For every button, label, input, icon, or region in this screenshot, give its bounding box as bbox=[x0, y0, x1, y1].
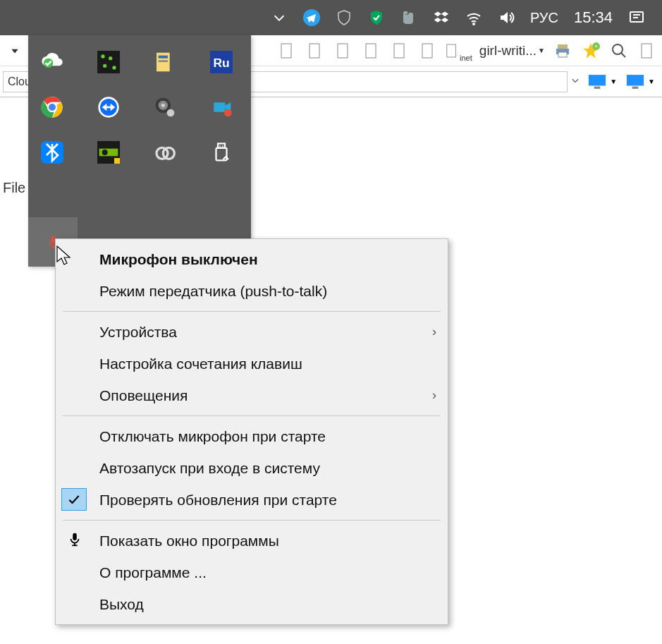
menu-separator bbox=[63, 520, 441, 521]
svg-rect-21 bbox=[642, 44, 651, 58]
svg-rect-8 bbox=[338, 44, 348, 58]
menu-exit[interactable]: Выход bbox=[56, 588, 448, 620]
svg-rect-7 bbox=[309, 44, 319, 58]
tab-dropdown-icon[interactable] bbox=[4, 40, 25, 61]
doc-icon[interactable] bbox=[305, 40, 326, 61]
svg-point-47 bbox=[167, 109, 175, 117]
svg-rect-15 bbox=[558, 52, 567, 57]
chevron-down-icon: ▼ bbox=[648, 78, 655, 85]
adobe-ru-icon[interactable]: Ru bbox=[209, 49, 234, 75]
filename-dropdown[interactable]: girl-writi... ▼ bbox=[479, 43, 545, 59]
menu-check-updates[interactable]: Проверять обновления при старте bbox=[56, 484, 448, 516]
svg-rect-10 bbox=[394, 44, 404, 58]
svg-point-53 bbox=[102, 150, 108, 155]
creative-cloud-icon[interactable] bbox=[152, 140, 178, 165]
chevron-right-icon: › bbox=[432, 388, 436, 403]
monitor-blue-button[interactable]: ▼ bbox=[621, 74, 659, 90]
telegram-icon[interactable] bbox=[303, 9, 320, 26]
doc-icon[interactable] bbox=[361, 40, 382, 61]
svg-rect-24 bbox=[627, 75, 644, 85]
dropbox-icon[interactable] bbox=[433, 9, 450, 26]
svg-point-38 bbox=[48, 103, 56, 111]
input-language[interactable]: РУС bbox=[530, 10, 558, 26]
clock[interactable]: 15:34 bbox=[574, 8, 613, 27]
svg-rect-59 bbox=[51, 236, 55, 243]
greenshot-icon[interactable] bbox=[96, 49, 121, 75]
file-label: File bbox=[3, 180, 25, 196]
svg-rect-6 bbox=[281, 44, 291, 58]
svg-rect-11 bbox=[422, 44, 432, 58]
chevron-down-icon[interactable] bbox=[271, 9, 288, 26]
cursor-icon bbox=[56, 245, 73, 267]
taskbar: РУС 15:34 bbox=[0, 0, 662, 35]
doc-icon[interactable] bbox=[333, 40, 354, 61]
teamviewer-icon[interactable] bbox=[96, 95, 121, 120]
kaspersky-shield-icon[interactable] bbox=[368, 9, 385, 26]
cloud-sync-icon[interactable] bbox=[39, 49, 65, 75]
chevron-down-icon: ▼ bbox=[538, 47, 545, 54]
svg-marker-65 bbox=[57, 246, 70, 265]
usb-eject-icon[interactable] bbox=[209, 140, 234, 165]
svg-rect-62 bbox=[73, 533, 77, 540]
monitor-blue-button[interactable]: ▼ bbox=[583, 74, 621, 90]
svg-line-20 bbox=[621, 53, 625, 57]
menu-separator bbox=[63, 311, 441, 312]
svg-point-19 bbox=[613, 44, 623, 54]
tray-overflow-popup: Ru bbox=[28, 35, 251, 267]
svg-text:Ru: Ru bbox=[213, 56, 229, 70]
svg-point-46 bbox=[161, 104, 165, 107]
menu-push-to-talk[interactable]: Режим передатчика (push-to-talk) bbox=[56, 275, 448, 307]
svg-rect-9 bbox=[366, 44, 376, 58]
svg-rect-34 bbox=[159, 60, 168, 62]
svg-rect-33 bbox=[159, 56, 168, 59]
mic-icon bbox=[67, 532, 84, 549]
search-icon[interactable] bbox=[608, 40, 630, 61]
svg-rect-54 bbox=[114, 158, 120, 164]
chevron-down-icon: ▼ bbox=[610, 78, 617, 85]
bluetooth-icon[interactable] bbox=[39, 140, 65, 165]
doc-icon[interactable] bbox=[637, 40, 658, 61]
mic-context-menu: Микрофон выключен Режим передатчика (pus… bbox=[55, 238, 448, 625]
svg-point-28 bbox=[101, 54, 104, 58]
svg-rect-25 bbox=[632, 86, 639, 88]
printer-icon[interactable] bbox=[552, 40, 573, 61]
menu-notifications[interactable]: Оповещения › bbox=[56, 379, 448, 411]
svg-point-49 bbox=[224, 109, 232, 117]
evernote-icon[interactable] bbox=[400, 9, 417, 26]
wifi-icon[interactable] bbox=[465, 9, 482, 26]
menu-mute-on-start[interactable]: Отключать микрофон при старте bbox=[56, 420, 448, 452]
chrome-icon[interactable] bbox=[39, 95, 65, 120]
recorder-icon[interactable] bbox=[209, 95, 234, 120]
svg-rect-12 bbox=[447, 44, 456, 57]
svg-rect-43 bbox=[106, 107, 111, 109]
svg-point-1 bbox=[473, 23, 474, 25]
sound-icon[interactable] bbox=[152, 95, 178, 120]
doc-icon[interactable] bbox=[417, 40, 439, 61]
star-plus-icon[interactable]: + bbox=[580, 40, 601, 61]
svg-point-29 bbox=[109, 56, 112, 60]
shield-outline-icon[interactable] bbox=[336, 9, 353, 26]
svg-point-30 bbox=[103, 64, 106, 68]
svg-rect-23 bbox=[594, 86, 601, 88]
menu-devices[interactable]: Устройства › bbox=[56, 316, 448, 348]
menu-autostart[interactable]: Автозапуск при входе в систему bbox=[56, 452, 448, 484]
notification-center-icon[interactable] bbox=[628, 9, 645, 26]
menu-separator bbox=[63, 415, 441, 416]
menu-show-window[interactable]: Показать окно программы bbox=[56, 525, 448, 557]
volume-icon[interactable] bbox=[498, 9, 515, 26]
chevron-right-icon: › bbox=[432, 324, 436, 339]
menu-mic-off[interactable]: Микрофон выключен bbox=[56, 243, 448, 275]
nvidia-icon[interactable] bbox=[96, 140, 121, 165]
doc-icon[interactable] bbox=[389, 40, 410, 61]
svg-text:+: + bbox=[594, 42, 598, 49]
menu-hotkeys[interactable]: Настройка сочетания клавиш bbox=[56, 348, 448, 379]
svg-rect-27 bbox=[97, 51, 120, 73]
dropdown-arrow-icon[interactable] bbox=[568, 75, 583, 88]
svg-rect-13 bbox=[558, 44, 568, 49]
menu-about[interactable]: О программе ... bbox=[56, 557, 448, 588]
explorer-folder-icon[interactable] bbox=[152, 49, 178, 75]
inet-label[interactable]: inet bbox=[446, 43, 472, 59]
check-icon bbox=[61, 488, 87, 511]
svg-marker-5 bbox=[11, 49, 18, 53]
doc-icon[interactable] bbox=[276, 40, 298, 61]
